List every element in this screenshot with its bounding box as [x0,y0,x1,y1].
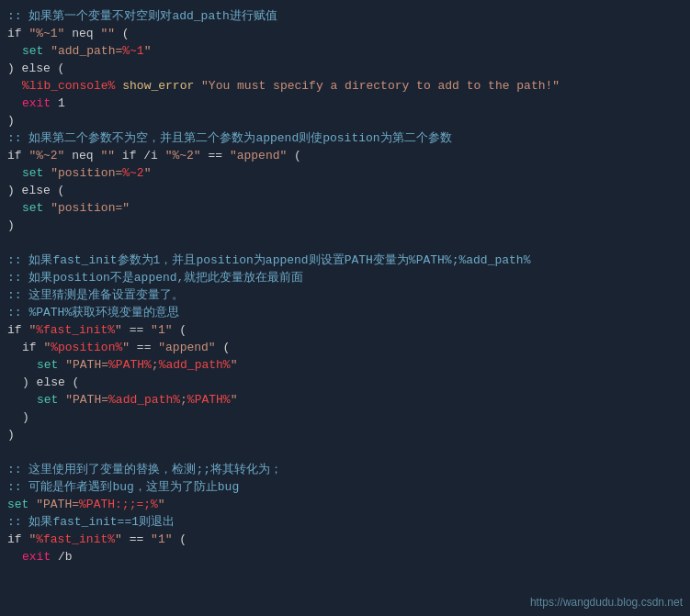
line-11: ) else ( [0,182,690,199]
line-6: exit 1 [0,95,690,112]
line-20: if "%position%" == "append" ( [0,339,690,356]
line-24: ) [0,409,690,426]
line-25: ) [0,426,690,443]
line-19: if "%fast_init%" == "1" ( [0,321,690,339]
line-27: :: 这里使用到了变量的替换，检测;;将其转化为； [0,461,690,478]
line-7: ) [0,112,690,129]
line-28: :: 可能是作者遇到bug，这里为了防止bug [0,478,690,496]
line-18: :: %PATH%获取环境变量的意思 [0,304,690,321]
line-9: if "%~2" neq "" if /i "%~2" == "append" … [0,147,690,164]
line-12: set "position=" [0,199,690,217]
line-31: if "%fast_init%" == "1" ( [0,531,690,548]
line-29: set "PATH=%PATH:;;=;%" [0,496,690,513]
line-30: :: 如果fast_init==1则退出 [0,513,690,531]
line-15: :: 如果fast_init参数为1，并且position为append则设置P… [0,252,690,269]
line-16: :: 如果position不是append,就把此变量放在最前面 [0,269,690,286]
line-empty-2 [0,443,690,461]
line-empty-1 [0,234,690,252]
line-21: set "PATH=%PATH%;%add_path%" [0,356,690,374]
watermark-url: https://wangdudu.blog.csdn.net [530,596,683,609]
line-32: exit /b [0,548,690,566]
comment-text: :: 如果第一个变量不对空则对add_path进行赋值 [7,7,277,25]
line-8: :: 如果第二个参数不为空，并且第二个参数为append则使position为第… [0,129,690,147]
line-13: ) [0,217,690,234]
line-22: ) else ( [0,374,690,391]
code-viewer: :: 如果第一个变量不对空则对add_path进行赋值 if "%~1" neq… [0,0,690,616]
line-2: if "%~1" neq "" ( [0,25,690,42]
line-4: ) else ( [0,60,690,77]
line-5: %lib_console% show_error "You must speci… [0,77,690,95]
line-1: :: 如果第一个变量不对空则对add_path进行赋值 [0,7,690,25]
line-3: set "add_path=%~1" [0,42,690,60]
line-23: set "PATH=%add_path%;%PATH%" [0,391,690,409]
line-17: :: 这里猜测是准备设置变量了。 [0,286,690,304]
line-10: set "position=%~2" [0,164,690,182]
